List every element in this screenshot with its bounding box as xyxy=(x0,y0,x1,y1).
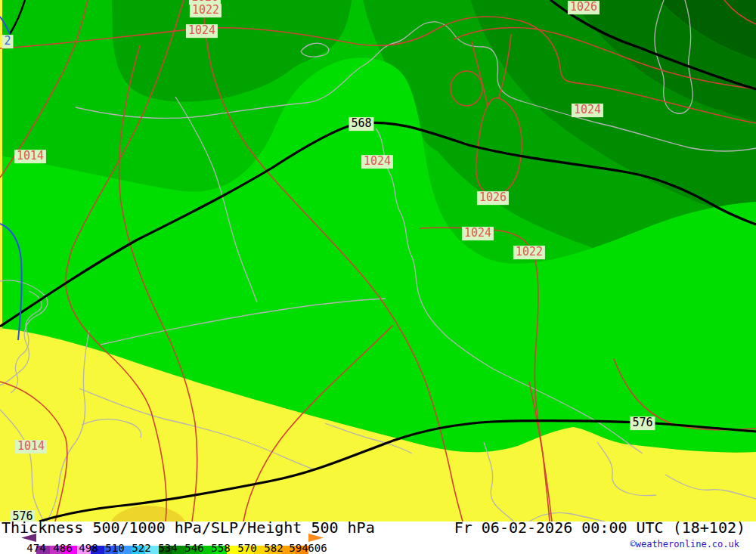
legend-tick: 522 xyxy=(132,542,150,554)
map-label: 1022 xyxy=(190,4,222,17)
legend-tick: 558 xyxy=(211,542,230,554)
map-label: 1014 xyxy=(14,150,46,163)
map-label: 2 xyxy=(2,35,13,48)
chart-datetime: Fr 06-02-2026 00:00 UTC (18+102) xyxy=(454,522,745,534)
legend-strip: Thickness 500/1000 hPa/SLP/Height 500 hP… xyxy=(0,522,756,554)
weather-chart-frame: 1020102210241026102456810241026102410221… xyxy=(0,0,756,554)
map-area: 1020102210241026102456810241026102410221… xyxy=(0,0,756,522)
legend-tick: 474 xyxy=(26,542,45,554)
chart-title: Thickness 500/1000 hPa/SLP/Height 500 hP… xyxy=(2,522,375,534)
map-label: 576 xyxy=(630,416,655,430)
legend-tick: 606 xyxy=(308,542,327,554)
legend-tick: 582 xyxy=(264,542,283,554)
map-canvas xyxy=(0,0,756,522)
map-label: 1022 xyxy=(513,246,545,259)
map-label: 1026 xyxy=(477,191,509,205)
legend-tick: 498 xyxy=(79,542,98,554)
legend-tick: 570 xyxy=(237,542,256,554)
map-label: 1024 xyxy=(572,104,603,117)
map-label: 1014 xyxy=(15,440,47,453)
legend-tick: 594 xyxy=(289,542,308,554)
map-label: 568 xyxy=(349,117,373,131)
fill-yellow-left-strip xyxy=(0,0,2,328)
map-label: 576 xyxy=(10,510,35,522)
legend-tick: 510 xyxy=(105,542,124,554)
map-label: 1024 xyxy=(361,155,393,169)
map-label: 1024 xyxy=(186,24,218,38)
map-label: 1024 xyxy=(462,227,494,240)
map-label: 1026 xyxy=(568,1,600,14)
legend-tick: 486 xyxy=(53,542,72,554)
copyright-link[interactable]: ©weatheronline.co.uk xyxy=(631,539,740,549)
legend-tick: 534 xyxy=(158,542,177,554)
legend-tick: 546 xyxy=(184,542,203,554)
